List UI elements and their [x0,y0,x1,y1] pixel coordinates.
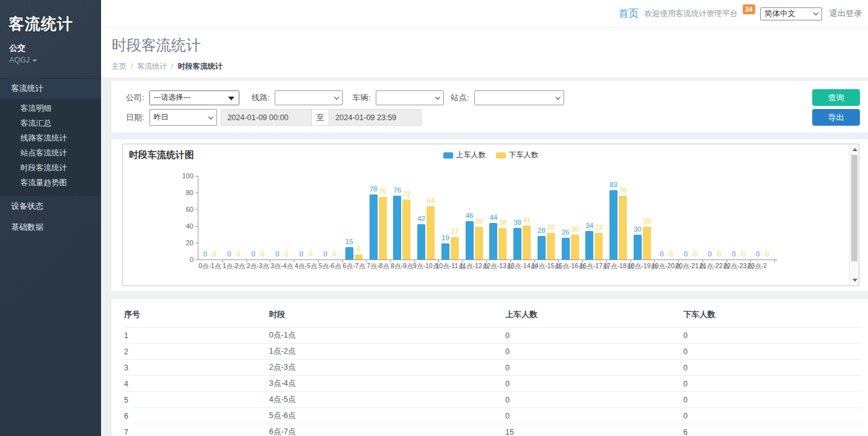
x-tick-label: 2点-3点 [247,262,269,271]
scrollbar-thumb[interactable] [851,155,857,261]
org-code-label: AQGJ [9,56,30,64]
x-tick-mark [631,260,631,263]
sidebar: 客流统计 公交 AQGJ 客流统计客流明细客流汇总线路客流统计站点客流统计时段客… [0,0,101,436]
table-cell: 6 [124,408,269,424]
bar-alighting [595,233,603,259]
sidebar-subitem[interactable]: 客流明细 [0,101,101,116]
scroll-up-arrow[interactable] [850,145,859,154]
table-row: 43点-4点00 [124,376,862,392]
bar-boarding [585,231,593,259]
x-tick-mark [727,260,727,263]
sidebar-subitem[interactable]: 线路客流统计 [0,131,101,146]
x-tick-mark [390,260,391,263]
table-row: 10点-1点00 [124,328,862,344]
scroll-down-arrow[interactable] [850,276,859,285]
x-tick-mark [342,260,343,263]
station-select[interactable] [474,90,564,105]
date-to-label: 至 [312,109,329,126]
sidebar-nav: 客流统计客流明细客流汇总线路客流统计站点客流统计时段客流统计客流量趋势图设备状态… [0,78,101,238]
date-label: 日期: [126,112,144,123]
bar-alighting [643,227,651,259]
bar-boarding [370,194,378,259]
table-cell: 6点-7点 [269,424,505,436]
bar-value-label: 27 [446,228,463,235]
x-tick-mark [774,260,775,263]
legend-item[interactable]: 上车人数 [443,150,486,160]
date-preset-select[interactable]: 昨日 [149,109,217,126]
x-tick-label: 23点-24点 [748,262,766,271]
sidebar-section: 设备状态 [0,196,101,217]
y-tick-mark [195,209,198,210]
y-tick-mark [195,259,198,260]
company-select[interactable]: ---请选择--- [149,90,239,105]
bar-value-label: 72 [398,190,415,198]
y-tick-label: 20 [166,239,193,246]
filter-panel: 公司: ---请选择--- 线路: 车辆: 站点: [112,81,868,133]
vehicle-label: 车辆: [352,92,371,103]
date-from-input[interactable]: 2024-01-09 00:00 [221,109,312,126]
language-value: 简体中文 [764,9,795,19]
x-tick-mark [294,260,294,263]
table-cell: 4点-5点 [269,392,505,408]
chevron-down-icon [555,94,560,99]
table-row: 32点-3点00 [124,360,862,376]
x-tick-mark [510,260,511,263]
table-header-cell: 时段 [269,299,505,328]
bar-value-label: 39 [638,217,655,225]
sidebar-subitem[interactable]: 站点客流统计 [0,146,101,160]
bar-alighting [427,206,435,259]
sidebar-subitem[interactable]: 客流汇总 [0,116,101,131]
table-cell: 0 [683,360,862,376]
sidebar-item[interactable]: 设备状态 [0,196,101,217]
table-header-cell: 上车人数 [505,299,683,328]
bar-alighting [379,197,387,259]
x-tick-mark [438,260,439,263]
sidebar-item[interactable]: 客流统计 [0,79,101,98]
x-tick-mark [318,260,319,263]
vehicle-select[interactable] [376,90,444,105]
table-cell: 3 [124,360,269,376]
table-row: 65点-6点00 [124,408,862,424]
table-cell: 0 [683,376,862,392]
sidebar-subitem[interactable]: 时段客流统计 [0,160,101,175]
bar-alighting [523,225,531,259]
legend-label: 下车人数 [509,150,539,160]
topbar: 首页 欢迎使用客流统计管理平台 34 简体中文 退出登录 [101,0,868,28]
org-code-dropdown[interactable]: AQGJ [0,54,101,64]
dropdown-triangle-icon [228,96,234,100]
bar-alighting [619,196,627,259]
bar-value-label: 64 [422,197,440,204]
table-cell: 3点-4点 [269,376,505,392]
chart-title: 时段车流统计图 [129,149,194,161]
sidebar-subitem[interactable]: 客流量趋势图 [0,175,101,190]
y-tick-label: 100 [166,172,193,180]
table-row: 54点-5点00 [124,392,862,408]
x-tick-mark [558,260,559,263]
line-select[interactable] [275,90,343,105]
legend-item[interactable]: 下车人数 [496,150,539,160]
date-to-input[interactable]: 2024-01-09 23:59 [329,109,422,126]
chart-scrollbar[interactable] [849,144,859,286]
x-tick-mark [222,260,223,263]
x-tick-mark [654,260,655,263]
export-button[interactable]: 导出 [812,109,860,126]
breadcrumb-item[interactable]: 主页 [112,62,126,71]
chevron-down-icon [334,94,339,99]
logout-link[interactable]: 退出登录 [830,8,862,19]
language-select[interactable]: 简体中文 [760,7,822,20]
bar-value-label: 41 [518,216,536,224]
bar-boarding [417,224,425,259]
query-button[interactable]: 查询 [812,89,860,106]
bar-boarding [538,236,546,259]
table-cell: 0 [505,344,683,360]
sidebar-item[interactable]: 基础数据 [0,217,101,238]
y-tick-label: 60 [166,206,193,213]
home-link[interactable]: 首页 [619,7,639,20]
table-header-cell: 下车人数 [683,299,862,328]
bar-value-label: 76 [614,186,632,194]
table-cell: 7 [124,424,269,436]
notification-badge[interactable]: 34 [743,4,755,14]
chevron-down-icon [32,59,37,62]
breadcrumb-item[interactable]: 客流统计 [137,62,167,71]
x-tick-label: 6点-7点 [343,262,365,271]
